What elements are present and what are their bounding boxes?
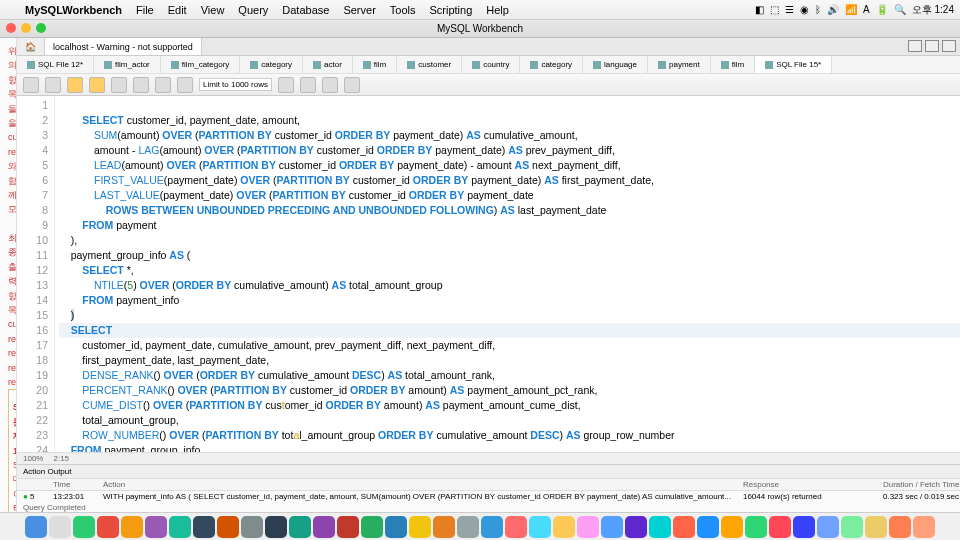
query-tab[interactable]: country [462, 56, 520, 73]
commit-icon[interactable] [155, 77, 171, 93]
dock-app-icon[interactable] [529, 516, 551, 538]
dock-app-icon[interactable] [745, 516, 767, 538]
dock-app-icon[interactable] [457, 516, 479, 538]
code-line[interactable]: SELECT *, [59, 263, 960, 278]
panel-toggle-icon[interactable] [942, 40, 956, 52]
code-line[interactable]: SUM(amount) OVER (PARTITION BY customer_… [59, 128, 960, 143]
dock-app-icon[interactable] [25, 516, 47, 538]
dock-app-icon[interactable] [841, 516, 863, 538]
code-line[interactable]: SELECT [59, 323, 960, 338]
rollback-icon[interactable] [177, 77, 193, 93]
dock-app-icon[interactable] [913, 516, 935, 538]
dock-app-icon[interactable] [601, 516, 623, 538]
execute-current-icon[interactable] [89, 77, 105, 93]
dock-app-icon[interactable] [217, 516, 239, 538]
code-line[interactable]: payment_group_info AS ( [59, 248, 960, 263]
app-name[interactable]: MySQLWorkbench [18, 4, 129, 16]
dock-app-icon[interactable] [649, 516, 671, 538]
menu-database[interactable]: Database [275, 4, 336, 16]
code-line[interactable]: FROM payment_info [59, 293, 960, 308]
invisible-chars-icon[interactable] [322, 77, 338, 93]
dock-app-icon[interactable] [241, 516, 263, 538]
dock-app-icon[interactable] [625, 516, 647, 538]
dock-app-icon[interactable] [169, 516, 191, 538]
dock-app-icon[interactable] [49, 516, 71, 538]
menu-tools[interactable]: Tools [383, 4, 423, 16]
save-file-icon[interactable] [45, 77, 61, 93]
dock-app-icon[interactable] [361, 516, 383, 538]
code-line[interactable]: ROWS BETWEEN UNBOUNDED PRECEDING AND UNB… [59, 203, 960, 218]
query-tab[interactable]: category [520, 56, 583, 73]
menu-edit[interactable]: Edit [161, 4, 194, 16]
dock-app-icon[interactable] [433, 516, 455, 538]
code-line[interactable]: DENSE_RANK() OVER (ORDER BY cumulative_a… [59, 368, 960, 383]
dock-app-icon[interactable] [97, 516, 119, 538]
dock-app-icon[interactable] [313, 516, 335, 538]
sql-editor[interactable]: 123456789101112131415161718192021222324 … [17, 96, 960, 452]
code-line[interactable]: first_payment_date, last_payment_date, [59, 353, 960, 368]
minimize-button[interactable] [21, 23, 31, 33]
panel-toggle-icon[interactable] [925, 40, 939, 52]
menu-help[interactable]: Help [479, 4, 516, 16]
query-tab[interactable]: SQL File 15* [755, 56, 832, 73]
stop-icon[interactable] [133, 77, 149, 93]
dock-app-icon[interactable] [673, 516, 695, 538]
code-line[interactable]: NTILE(5) OVER (ORDER BY cumulative_amoun… [59, 278, 960, 293]
query-tab[interactable]: actor [303, 56, 353, 73]
dock-app-icon[interactable] [193, 516, 215, 538]
panel-toggle-icon[interactable] [908, 40, 922, 52]
code-line[interactable]: CUME_DIST() OVER (PARTITION BY customer_… [59, 398, 960, 413]
dock-app-icon[interactable] [889, 516, 911, 538]
dock-app-icon[interactable] [769, 516, 791, 538]
dock-app-icon[interactable] [817, 516, 839, 538]
wrap-icon[interactable] [344, 77, 360, 93]
dock-app-icon[interactable] [121, 516, 143, 538]
dock-app-icon[interactable] [73, 516, 95, 538]
query-tab[interactable]: film [711, 56, 755, 73]
query-tab[interactable]: payment [648, 56, 711, 73]
code-line[interactable]: total_amount_group, [59, 413, 960, 428]
code-line[interactable] [59, 98, 960, 113]
beautify-icon[interactable] [278, 77, 294, 93]
menu-scripting[interactable]: Scripting [423, 4, 480, 16]
code-line[interactable]: LEAD(amount) OVER (PARTITION BY customer… [59, 158, 960, 173]
dock-app-icon[interactable] [337, 516, 359, 538]
code-line[interactable]: FROM payment_group_info [59, 443, 960, 452]
menu-file[interactable]: File [129, 4, 161, 16]
code-area[interactable]: SELECT customer_id, payment_date, amount… [55, 96, 960, 452]
menu-view[interactable]: View [194, 4, 232, 16]
dock-app-icon[interactable] [793, 516, 815, 538]
zoom-button[interactable] [36, 23, 46, 33]
menu-server[interactable]: Server [336, 4, 382, 16]
action-output-label[interactable]: Action Output [23, 467, 71, 476]
code-line[interactable]: ) [59, 308, 960, 323]
execute-icon[interactable] [67, 77, 83, 93]
query-tab[interactable]: SQL File 12* [17, 56, 94, 73]
code-line[interactable]: ROW_NUMBER() OVER (PARTITION BY total_am… [59, 428, 960, 443]
search-icon[interactable]: 🔍 [894, 4, 906, 15]
dock-app-icon[interactable] [481, 516, 503, 538]
dock-app-icon[interactable] [865, 516, 887, 538]
dock-app-icon[interactable] [577, 516, 599, 538]
menu-query[interactable]: Query [231, 4, 275, 16]
query-tab[interactable]: film_actor [94, 56, 161, 73]
dock-app-icon[interactable] [289, 516, 311, 538]
code-line[interactable]: customer_id, payment_date, cumulative_am… [59, 338, 960, 353]
dock-app-icon[interactable] [265, 516, 287, 538]
code-line[interactable]: SELECT customer_id, payment_date, amount… [59, 113, 960, 128]
output-row[interactable]: ● 5 13:23:01 WITH payment_info AS ( SELE… [17, 491, 960, 502]
dock-app-icon[interactable] [409, 516, 431, 538]
query-tab[interactable]: language [583, 56, 648, 73]
code-line[interactable]: PERCENT_RANK() OVER (PARTITION BY custom… [59, 383, 960, 398]
connection-tab[interactable]: localhost - Warning - not supported [45, 38, 202, 55]
dock-app-icon[interactable] [385, 516, 407, 538]
code-line[interactable]: FROM payment [59, 218, 960, 233]
query-tab[interactable]: customer [397, 56, 462, 73]
dock-app-icon[interactable] [721, 516, 743, 538]
dock-app-icon[interactable] [145, 516, 167, 538]
home-tab[interactable]: 🏠 [17, 38, 45, 55]
dock-app-icon[interactable] [553, 516, 575, 538]
open-file-icon[interactable] [23, 77, 39, 93]
find-icon[interactable] [300, 77, 316, 93]
query-tab[interactable]: film [353, 56, 397, 73]
